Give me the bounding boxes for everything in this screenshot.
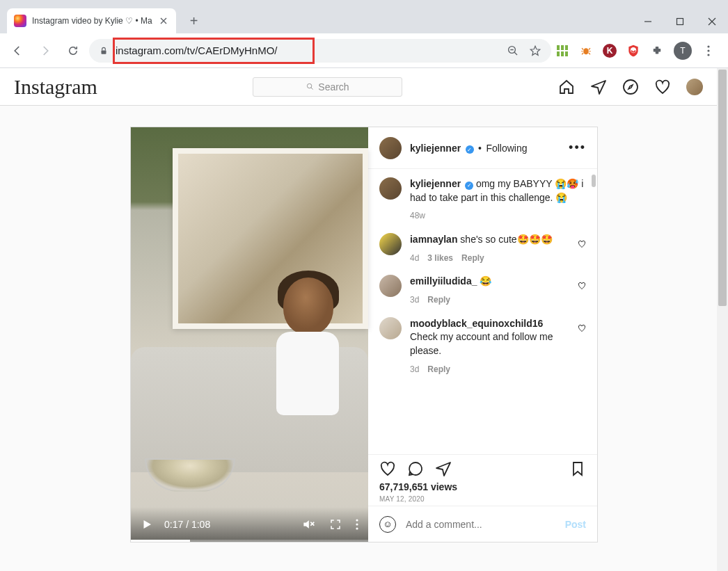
activity-heart-icon[interactable]: [654, 79, 671, 95]
ublock-extension-icon[interactable]: [626, 44, 640, 58]
svg-rect-1: [102, 50, 106, 54]
svg-point-17: [356, 523, 358, 525]
svg-point-16: [356, 519, 358, 521]
svg-point-12: [707, 49, 709, 51]
search-placeholder: Search: [318, 81, 349, 93]
browser-toolbar: instagram.com/tv/CAErDMyHnMO/ K T: [0, 33, 728, 68]
browser-titlebar: Instagram video by Kylie ♡ • Ma +: [0, 0, 728, 33]
post-header: kyliejenner ✓ • Following •••: [368, 127, 597, 169]
bookmark-star-icon[interactable]: [529, 45, 541, 57]
instagram-logo[interactable]: Instagram: [14, 75, 97, 99]
svg-rect-0: [677, 19, 683, 25]
follow-status[interactable]: Following: [486, 143, 527, 154]
post-info-panel: kyliejenner ✓ • Following ••• kyliejenne…: [368, 127, 597, 542]
profile-avatar-icon[interactable]: T: [674, 42, 692, 60]
video-player[interactable]: 0:17 / 1:08: [131, 127, 368, 542]
share-icon[interactable]: [435, 460, 452, 477]
emoji-picker-icon[interactable]: ☺: [379, 516, 396, 533]
post-more-icon[interactable]: •••: [569, 140, 586, 155]
comment-age: 4d: [410, 252, 419, 264]
like-comment-icon[interactable]: [578, 233, 586, 264]
bug-extension-icon[interactable]: [579, 44, 593, 58]
svg-point-13: [707, 54, 709, 56]
like-comment-icon[interactable]: [578, 275, 586, 305]
video-progress-bar[interactable]: [131, 540, 368, 542]
like-comment-icon[interactable]: [578, 317, 586, 376]
svg-rect-3: [557, 45, 560, 50]
comment-input[interactable]: [406, 519, 555, 530]
reply-button[interactable]: Reply: [461, 252, 484, 264]
home-icon[interactable]: [558, 79, 575, 95]
commenter-username[interactable]: moodyblack_equinoxchild16: [410, 318, 543, 329]
page-content: Instagram Search 0:17 / 1:: [0, 68, 728, 571]
back-button[interactable]: [6, 39, 29, 63]
comment-row: moodyblack_equinoxchild16 Check my accou…: [379, 317, 586, 376]
comment-icon[interactable]: [407, 460, 424, 477]
verified-badge-icon: ✓: [465, 182, 473, 190]
maximize-button[interactable]: [664, 11, 696, 32]
commenter-username[interactable]: iamnaylan: [410, 234, 457, 245]
svg-point-9: [583, 48, 589, 54]
comments-area: kyliejenner ✓ omg my BABYYY 😭🥵 i had to …: [368, 169, 597, 454]
instagram-nav: [558, 79, 703, 95]
svg-rect-6: [557, 51, 560, 56]
post-comment-button[interactable]: Post: [565, 519, 586, 530]
comments-scrollbar[interactable]: [592, 175, 596, 187]
caption-username[interactable]: kyliejenner: [410, 178, 461, 189]
commenter-avatar[interactable]: [379, 317, 402, 339]
comment-age: 3d: [410, 364, 419, 376]
minimize-button[interactable]: [632, 11, 664, 32]
svg-point-18: [356, 527, 358, 529]
comment-likes[interactable]: 3 likes: [427, 252, 453, 264]
comment-row: emillyiiludida_ 😂 3d Reply: [379, 275, 586, 305]
post-container: 0:17 / 1:08 kyliejenner ✓ • Following: [130, 127, 598, 542]
fullscreen-icon[interactable]: [329, 518, 342, 531]
k-extension-icon[interactable]: K: [603, 44, 617, 58]
messages-icon[interactable]: [590, 79, 607, 95]
commenter-username[interactable]: emillyiiludida_: [410, 275, 477, 287]
comment-text: 😂: [477, 275, 491, 287]
page-scrollbar-thumb[interactable]: [718, 70, 727, 306]
video-subject-child: [264, 278, 347, 458]
author-avatar[interactable]: [379, 137, 402, 159]
svg-rect-7: [561, 51, 564, 56]
grid-extension-icon[interactable]: [555, 44, 569, 58]
like-heart-icon[interactable]: [379, 460, 396, 477]
extension-icons: K T: [555, 42, 722, 60]
reload-button[interactable]: [61, 39, 85, 63]
reply-button[interactable]: Reply: [427, 294, 450, 306]
add-comment-bar: ☺ Post: [368, 506, 597, 542]
address-bar[interactable]: instagram.com/tv/CAErDMyHnMO/: [89, 39, 551, 63]
tab-close-icon[interactable]: [158, 15, 169, 26]
view-count[interactable]: 67,719,651 views: [379, 481, 586, 492]
explore-icon[interactable]: [622, 79, 639, 95]
browser-tab[interactable]: Instagram video by Kylie ♡ • Ma: [7, 8, 176, 33]
comment-text: she's so cute🤩🤩🤩: [457, 234, 552, 245]
new-tab-button[interactable]: +: [184, 11, 204, 31]
video-more-icon[interactable]: [356, 519, 358, 530]
page-scrollbar[interactable]: [717, 68, 728, 571]
svg-rect-8: [565, 51, 568, 56]
search-input[interactable]: Search: [253, 77, 402, 97]
mute-icon[interactable]: [301, 517, 315, 531]
comment-row: iamnaylan she's so cute🤩🤩🤩 4d 3 likes Re…: [379, 233, 586, 264]
svg-rect-5: [565, 45, 568, 50]
svg-rect-4: [561, 45, 564, 50]
separator: •: [478, 143, 482, 154]
chrome-menu-icon[interactable]: [702, 44, 715, 58]
caption-avatar[interactable]: [379, 177, 402, 200]
commenter-avatar[interactable]: [379, 233, 402, 255]
author-username[interactable]: kyliejenner: [410, 143, 461, 154]
post-caption: kyliejenner ✓ omg my BABYYY 😭🥵 i had to …: [379, 177, 586, 222]
zoom-icon[interactable]: [507, 45, 519, 57]
extensions-puzzle-icon[interactable]: [650, 44, 664, 58]
window-controls: [632, 6, 728, 33]
reply-button[interactable]: Reply: [427, 364, 450, 376]
save-bookmark-icon[interactable]: [569, 460, 586, 477]
profile-avatar[interactable]: [686, 79, 703, 95]
forward-button[interactable]: [33, 39, 57, 63]
play-button[interactable]: [141, 518, 153, 531]
instagram-favicon: [14, 15, 26, 27]
commenter-avatar[interactable]: [379, 275, 402, 297]
close-window-button[interactable]: [696, 11, 728, 32]
